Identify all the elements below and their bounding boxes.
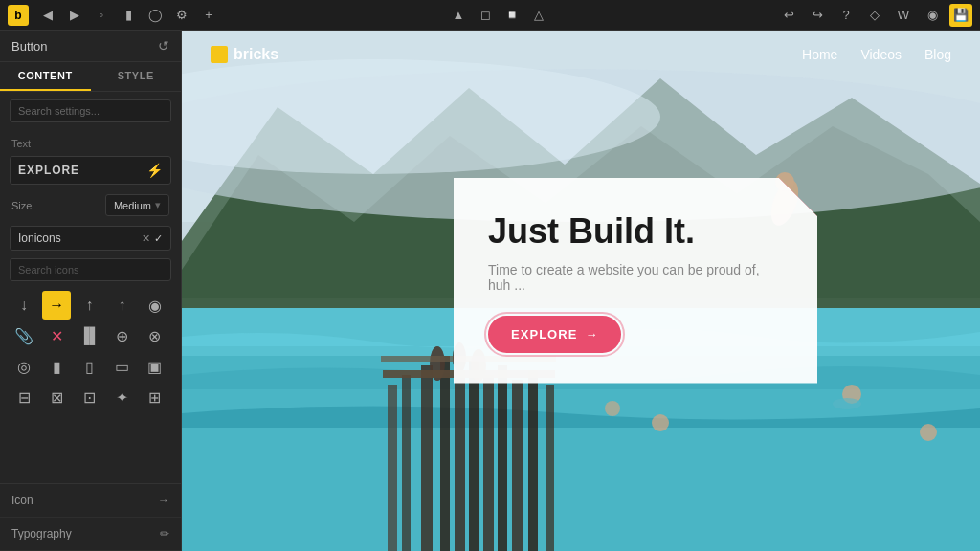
panel-footer: Icon → Typography ✏ xyxy=(0,483,181,551)
size-label: Size xyxy=(11,200,32,211)
nav-logo-icon xyxy=(211,46,228,63)
toolbar-btn-settings[interactable]: ⚙ xyxy=(170,4,193,27)
svg-point-22 xyxy=(833,398,861,409)
main-area: Button ↺ CONTENT STYLE Search settings..… xyxy=(0,31,980,551)
icon-lib-close[interactable]: ✕ xyxy=(142,232,150,245)
hero-button-arrow: → xyxy=(585,327,598,342)
icon-basket[interactable]: ⊗ xyxy=(141,321,169,350)
icon-bluetooth[interactable]: ✦ xyxy=(108,383,137,411)
nav-link-videos[interactable]: Videos xyxy=(860,47,902,62)
footer-typography-icon: ✏ xyxy=(160,527,169,540)
svg-point-23 xyxy=(920,424,937,441)
hero-button-label: EXPLORE xyxy=(511,327,577,342)
device-desktop[interactable]: ▲ xyxy=(447,4,470,27)
view-button[interactable]: ◉ xyxy=(921,4,944,27)
toolbar-btn-back[interactable]: ◀ xyxy=(36,4,59,27)
help-button[interactable]: ? xyxy=(835,4,858,27)
svg-rect-14 xyxy=(512,380,523,551)
text-input-value: EXPLORE xyxy=(18,164,79,177)
toolbar-btn-forward[interactable]: ▶ xyxy=(63,4,86,27)
icon-baseball[interactable]: ⊕ xyxy=(108,321,137,350)
icon-search[interactable]: Search icons xyxy=(10,258,171,281)
icon-battery-dead[interactable]: ▭ xyxy=(108,352,137,381)
panel-header: Button ↺ xyxy=(0,31,181,62)
footer-typography-item[interactable]: Typography ✏ xyxy=(0,518,181,551)
chevron-down-icon: ▾ xyxy=(155,199,161,211)
footer-icon-arrow: → xyxy=(158,494,169,507)
nav-logo: bricks xyxy=(211,46,278,63)
size-value: Medium xyxy=(114,200,151,211)
icon-grid: ↓ → ↑ ↑ ◉ 📎 ✕ ▐▌ ⊕ ⊗ ◎ ▮ ▯ ▭ ▣ ⊟ ⊠ ⊡ ✦ ⊞ xyxy=(0,285,181,417)
undo-button[interactable]: ↩ xyxy=(777,4,800,27)
icon-close-circle[interactable]: ✕ xyxy=(42,321,71,350)
panel-refresh-icon[interactable]: ↺ xyxy=(158,38,169,54)
tab-content[interactable]: CONTENT xyxy=(0,62,91,91)
icon-bed[interactable]: ⊟ xyxy=(10,383,38,411)
size-row: Size Medium ▾ xyxy=(0,188,181,222)
toolbar-btn-save[interactable]: ▮ xyxy=(117,4,140,27)
plugin-button[interactable]: ◇ xyxy=(863,4,886,27)
size-select[interactable]: Medium ▾ xyxy=(105,194,169,216)
icon-arrow-up[interactable]: ↑ xyxy=(75,291,103,320)
icon-bicycle[interactable]: ⊡ xyxy=(75,383,103,411)
svg-point-25 xyxy=(652,414,669,431)
toolbar-right: ↩ ↪ ? ◇ W ◉ 💾 xyxy=(777,4,972,27)
hero-title: Just Build It. xyxy=(488,212,783,251)
icon-library-row: Ionicons ✕ ✓ xyxy=(10,226,171,251)
svg-point-24 xyxy=(605,401,620,416)
svg-rect-12 xyxy=(483,375,494,551)
toolbar-btn-clock[interactable]: ◯ xyxy=(144,4,167,27)
toolbar-left: b ◀ ▶ ◦ ▮ ◯ ⚙ + xyxy=(8,4,220,27)
icon-barcode[interactable]: ▐▌ xyxy=(75,321,103,350)
nav-link-home[interactable]: Home xyxy=(802,47,837,62)
device-split[interactable]: ◽ xyxy=(501,4,523,27)
toolbar-btn-add[interactable]: + xyxy=(197,4,220,27)
nav-bar: bricks Home Videos Blog xyxy=(182,31,980,78)
icon-basketball[interactable]: ◎ xyxy=(10,352,38,381)
icon-arrow-down[interactable]: ↓ xyxy=(10,291,38,320)
save-button[interactable]: 💾 xyxy=(949,4,972,27)
redo-button[interactable]: ↪ xyxy=(806,4,829,27)
panel-search[interactable]: Search settings... xyxy=(10,99,171,122)
nav-links: Home Videos Blog xyxy=(802,47,951,62)
nav-link-blog[interactable]: Blog xyxy=(924,47,951,62)
footer-typography-label: Typography xyxy=(11,527,72,540)
text-input-row[interactable]: EXPLORE ⚡ xyxy=(10,156,171,185)
svg-rect-26 xyxy=(388,385,397,551)
device-mobile[interactable]: △ xyxy=(527,4,550,27)
icon-attach[interactable]: 📎 xyxy=(10,321,38,350)
top-toolbar: b ◀ ▶ ◦ ▮ ◯ ⚙ + ▲ ◻ ◽ △ ↩ ↪ ? ◇ W ◉ 💾 xyxy=(0,0,980,31)
svg-rect-28 xyxy=(546,385,554,551)
toolbar-btn-grid[interactable]: ◦ xyxy=(90,4,113,27)
canvas-area: bricks Home Videos Blog Just Build It. T… xyxy=(182,31,980,551)
left-panel: Button ↺ CONTENT STYLE Search settings..… xyxy=(0,31,182,551)
panel-tabs: CONTENT STYLE xyxy=(0,62,181,92)
bricks-logo[interactable]: b xyxy=(8,5,29,26)
wp-button[interactable]: W xyxy=(892,4,915,27)
panel-title: Button xyxy=(11,39,48,54)
footer-icon-item[interactable]: Icon → xyxy=(0,484,181,518)
icon-boat[interactable]: ⊞ xyxy=(141,383,169,411)
hero-subtitle: Time to create a website you can be prou… xyxy=(488,262,783,293)
svg-rect-8 xyxy=(421,365,433,551)
hero-card: Just Build It. Time to create a website … xyxy=(454,178,817,384)
icon-at[interactable]: ◉ xyxy=(141,291,169,320)
hero-explore-button[interactable]: EXPLORE → xyxy=(488,316,621,353)
icon-arrow-up-alt[interactable]: ↑ xyxy=(108,291,137,320)
tab-style[interactable]: STYLE xyxy=(91,62,182,91)
icon-beer[interactable]: ⊠ xyxy=(42,383,71,411)
website-preview: bricks Home Videos Blog Just Build It. T… xyxy=(182,31,980,551)
nav-logo-text: bricks xyxy=(234,46,278,63)
icon-lib-name: Ionicons xyxy=(18,231,142,245)
icon-lib-check[interactable]: ✓ xyxy=(154,232,163,245)
svg-rect-15 xyxy=(528,370,538,551)
icon-document[interactable]: ▣ xyxy=(141,352,169,381)
svg-rect-13 xyxy=(498,365,507,551)
icon-battery[interactable]: ▮ xyxy=(42,352,71,381)
svg-rect-10 xyxy=(455,370,465,551)
device-tablet[interactable]: ◻ xyxy=(474,4,497,27)
svg-rect-9 xyxy=(440,356,450,551)
lightning-icon: ⚡ xyxy=(146,163,163,178)
icon-battery-low[interactable]: ▯ xyxy=(75,352,103,381)
icon-arrow-right[interactable]: → xyxy=(42,291,71,320)
